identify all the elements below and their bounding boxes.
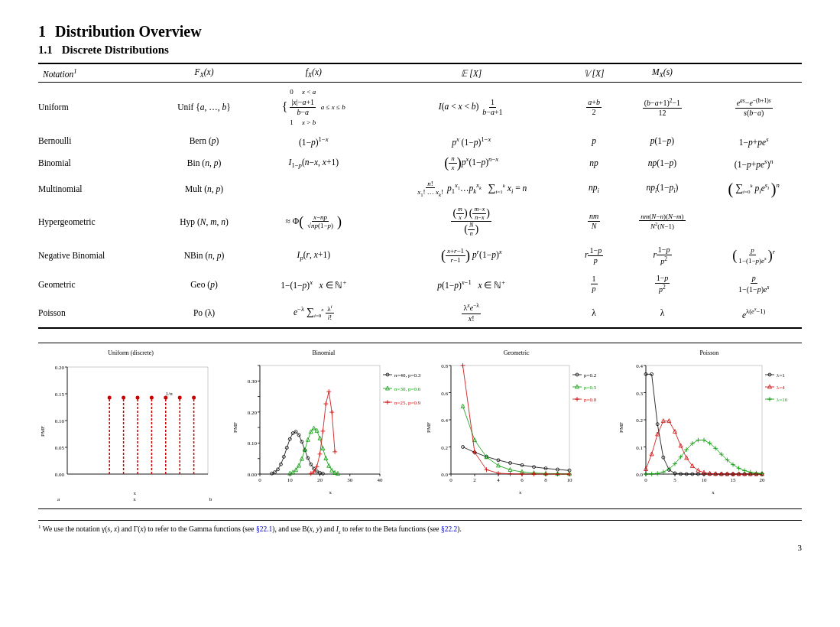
chart-poisson-xlabel: x [624, 489, 802, 495]
dist-name-uniform: Uniform [38, 83, 154, 132]
chart-binomial-title: Binomial [231, 349, 416, 356]
chart-geometric-title: Geometric [424, 349, 609, 356]
col-header-name: Notation1 [38, 63, 154, 83]
section-number: 1 [38, 23, 46, 41]
notation-geometric: Geo (p) [154, 270, 253, 298]
notation-hypergeometric: Hyp (N, m, n) [154, 202, 253, 241]
var-binomial: np(1−p) [619, 151, 706, 176]
col-header-cdf: FX(x) [154, 63, 253, 83]
chart-binomial-xlabel: x [238, 489, 422, 495]
dist-name-poisson: Poisson [38, 298, 154, 327]
var-bernoulli: p(1−p) [619, 132, 706, 151]
mgf-binomial: (1−p+pes)n [705, 151, 802, 176]
var-poisson: λ [619, 298, 706, 327]
mgf-geometric: p1−(1−p)es [705, 270, 802, 298]
notation-bernoulli: Bern (p) [154, 132, 253, 151]
notation-binomial: Bin (n, p) [154, 151, 253, 176]
chart-binomial-canvas [238, 359, 422, 489]
dist-name-multinomial: Multinomial [38, 176, 154, 203]
dist-name-bernoulli: Bernoulli [38, 132, 154, 151]
pdf-geometric: p(1−p)x−1 x ∈ ℕ+ [374, 270, 569, 298]
mean-negbinomial: r1−pp [569, 242, 619, 270]
var-geometric: 1−pp2 [619, 270, 706, 298]
subsection-number: 1.1 [38, 44, 53, 57]
dist-name-geometric: Geometric [38, 270, 154, 298]
pdf-hypergeometric: (mx) (m−xn−x) (Nn) [374, 202, 569, 241]
cdf-uniform: { 0 x < a |x|−a+1b−a a ≤ x ≤ b 1 x > b [254, 83, 374, 132]
table-row: Poisson Po (λ) e−λ ∑i=0x λii! λxe−λx! λ … [38, 298, 802, 327]
chart-geometric: Geometric PMF x [424, 349, 609, 502]
footnote-link-gamma[interactable]: §22.1 [256, 525, 272, 533]
notation-negbinomial: NBin (n, p) [154, 242, 253, 270]
footnote-link-beta[interactable]: §22.2 [441, 525, 457, 533]
footnote-text: We use the notation γ(s, x) and Γ(x) to … [43, 525, 462, 533]
var-hypergeometric: nm(N−n)(N−m)N2(N−1) [619, 202, 706, 241]
chart-poisson-ylabel: PMF [617, 359, 624, 495]
mean-multinomial: npi [569, 176, 619, 203]
col-header-variance: 𝕍 [X] [569, 63, 619, 83]
pdf-poisson: λxe−λx! [374, 298, 569, 327]
mgf-poisson: eλ(es−1) [705, 298, 802, 327]
var-uniform: (b−a+1)2−112 [619, 83, 706, 132]
mean-uniform: a+b2 [569, 83, 619, 132]
dist-name-hypergeometric: Hypergeometric [38, 202, 154, 241]
table-row: Hypergeometric Hyp (N, m, n) ≈ Φ( x−np√n… [38, 202, 802, 241]
chart-poisson: Poisson PMF x [617, 349, 802, 502]
mgf-uniform: eas−e−(b+1)ss(b−a) [705, 83, 802, 132]
cdf-multinomial [254, 176, 374, 203]
cdf-negbinomial: Ip(r, x+1) [254, 242, 374, 270]
cdf-geometric: 1−(1−p)x x ∈ ℕ+ [254, 270, 374, 298]
chart-uniform-canvas [46, 359, 214, 489]
cdf-bernoulli: (1−p)1−x [254, 132, 374, 151]
table-row: Geometric Geo (p) 1−(1−p)x x ∈ ℕ+ p(1−p)… [38, 270, 802, 298]
pdf-binomial: (nx)px(1−p)n−x [374, 151, 569, 176]
section-title-text: Distribution Overview [55, 23, 202, 41]
chart-geometric-ylabel: PMF [424, 359, 432, 495]
col-header-pdf: fX(x) [254, 63, 374, 83]
mgf-hypergeometric [705, 202, 802, 241]
chart-uniform: Uniform (discrete) PMF x axb [38, 349, 223, 502]
dist-name-negbinomial: Negative Binomial [38, 242, 154, 270]
chart-uniform-xlabels: axb [46, 496, 223, 502]
chart-binomial: Binomial PMF x [231, 349, 416, 502]
mean-poisson: λ [569, 298, 619, 327]
cdf-binomial: I1−p(n−x, x+1) [254, 151, 374, 176]
mean-hypergeometric: nmN [569, 202, 619, 241]
page-number: 3 [38, 543, 802, 552]
chart-uniform-title: Uniform (discrete) [38, 349, 223, 356]
col-header-mean: 𝔼 [X] [374, 63, 569, 83]
mean-bernoulli: p [569, 132, 619, 151]
mean-binomial: np [569, 151, 619, 176]
pdf-uniform: I(a < x < b) 1b−a+1 [374, 83, 569, 132]
chart-binomial-ylabel: PMF [231, 359, 238, 495]
table-row: Bernoulli Bern (p) (1−p)1−x px (1−p)1−x … [38, 132, 802, 151]
subsection-title-text: Discrete Distributions [62, 44, 169, 57]
cdf-hypergeometric: ≈ Φ( x−np√np(1−p) ) [254, 202, 374, 241]
var-negbinomial: r1−pp2 [619, 242, 706, 270]
mgf-bernoulli: 1−p+pes [705, 132, 802, 151]
cdf-poisson: e−λ ∑i=0x λii! [254, 298, 374, 327]
footnote-number: 1 [38, 524, 41, 530]
pdf-negbinomial: (x+r−1r−1) pr(1−p)x [374, 242, 569, 270]
pdf-multinomial: n!x1! … xk! p1x1…pkxk ∑i=1k xi = n [374, 176, 569, 203]
footnote: 1 We use the notation γ(s, x) and Γ(x) t… [38, 520, 802, 535]
mean-geometric: 1p [569, 270, 619, 298]
notation-poisson: Po (λ) [154, 298, 253, 327]
distribution-table: Notation1 FX(x) fX(x) 𝔼 [X] 𝕍 [X] MX(s) … [38, 63, 802, 329]
chart-uniform-xlabel: x [46, 490, 223, 496]
mgf-multinomial: ( ∑i=0k piesi )n [705, 176, 802, 203]
table-row: Binomial Bin (n, p) I1−p(n−x, x+1) (nx)p… [38, 151, 802, 176]
chart-poisson-canvas [624, 359, 793, 489]
chart-geometric-canvas [432, 359, 600, 489]
chart-geometric-xlabel: x [432, 489, 609, 495]
table-row: Uniform Unif {a, …, b} { 0 x < a |x|−a+1… [38, 83, 802, 132]
col-header-mgf: MX(s) [619, 63, 706, 83]
table-row: Negative Binomial NBin (n, p) Ip(r, x+1)… [38, 242, 802, 270]
subsection-heading: 1.1 Discrete Distributions [38, 44, 802, 57]
table-row: Multinomial Mult (n, p) n!x1! … xk! p1x1… [38, 176, 802, 203]
chart-uniform-ylabel: PMF [38, 359, 46, 502]
pdf-bernoulli: px (1−p)1−x [374, 132, 569, 151]
charts-section: Uniform (discrete) PMF x axb Binomial PM… [38, 343, 802, 509]
notation-uniform: Unif {a, …, b} [154, 83, 253, 132]
section-heading: 1 Distribution Overview [38, 23, 802, 41]
